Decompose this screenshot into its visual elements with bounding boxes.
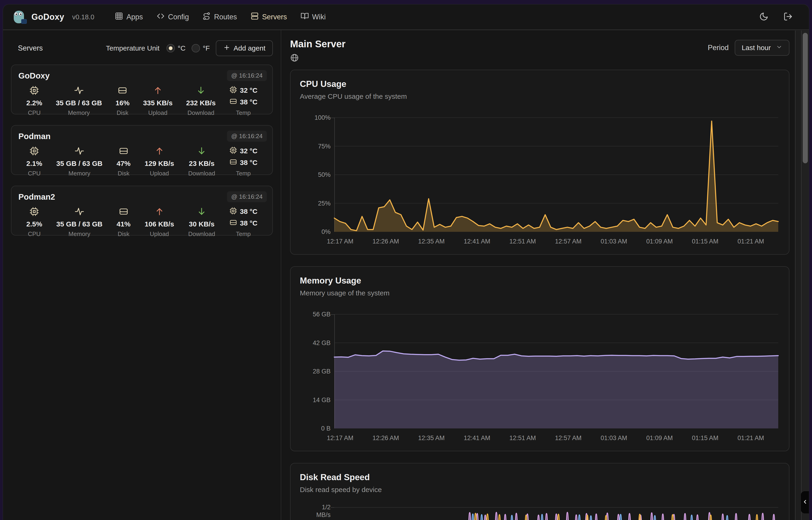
x-axis-tick: 01:09 AM — [646, 238, 673, 245]
nav-item-config[interactable]: Config — [157, 12, 189, 22]
stat: 35 GB / 63 GBMemory — [56, 207, 103, 238]
y-axis-tick: 42 GB — [300, 339, 331, 346]
stat-label: CPU — [28, 170, 41, 177]
grid-icon — [115, 12, 123, 22]
stat-label: Memory — [68, 109, 90, 116]
brand-name: GoDoxy — [31, 12, 64, 22]
nav-item-wiki[interactable]: Wiki — [301, 12, 326, 22]
chart-subtitle: Disk read speed by device — [300, 485, 778, 494]
moon-icon[interactable] — [759, 12, 768, 22]
stat-value: 2.2% — [26, 99, 42, 107]
logout-icon[interactable] — [783, 12, 793, 22]
cpu-temp-value: 32 °C — [240, 86, 257, 94]
nav-items: Apps Config Routes Servers Wiki — [115, 12, 326, 22]
y-axis-tick: 75% — [300, 143, 331, 150]
stat: 41%Disk — [117, 207, 131, 238]
hdd-icon — [229, 97, 237, 107]
stats-row: 2.1%CPU35 GB / 63 GBMemory47%Disk129 KB/… — [19, 146, 265, 177]
y-axis-tick: 100% — [300, 114, 331, 121]
stat: 106 KB/sUpload — [145, 207, 174, 238]
x-axis-tick: 12:35 AM — [418, 238, 445, 245]
cpu-usage-chart: 100%75%50%25%0%12:17 AM12:26 AM12:35 AM1… — [334, 118, 778, 232]
chevron-left-icon — [802, 499, 808, 506]
x-axis-tick: 01:03 AM — [600, 435, 627, 442]
chart-title: Disk Read Speed — [300, 472, 778, 483]
nav-item-apps[interactable]: Apps — [115, 12, 143, 22]
x-axis-tick: 12:51 AM — [509, 238, 536, 245]
collapse-panel-tab[interactable] — [801, 491, 809, 514]
y-axis-tick: 25% — [300, 200, 331, 207]
stat-label: Temp — [236, 230, 251, 238]
y-axis-tick: 56 GB — [300, 311, 331, 318]
memory-usage-chart: 56 GB42 GB28 GB14 GB0 B12:17 AM12:26 AM1… — [334, 314, 778, 428]
add-agent-button[interactable]: Add agent — [216, 40, 273, 56]
memory-usage-card: Memory Usage Memory usage of the system … — [290, 266, 789, 451]
nav-item-routes[interactable]: Routes — [202, 12, 237, 22]
stat: 35 GB / 63 GBMemory — [56, 146, 103, 177]
stat-value: 2.5% — [26, 220, 42, 228]
stats-row: 2.2%CPU35 GB / 63 GBMemory16%Disk335 KB/… — [19, 85, 265, 116]
nav-actions — [759, 12, 799, 22]
chart-title: CPU Usage — [300, 79, 778, 89]
activity-icon — [74, 85, 84, 96]
chart-subtitle: Average CPU usage of the system — [300, 92, 778, 101]
stat-label: Download — [188, 109, 215, 116]
stat-label: Upload — [150, 230, 169, 238]
stat-value: 106 KB/s — [145, 220, 174, 228]
nav-item-label: Routes — [214, 13, 237, 21]
nav-item-servers[interactable]: Servers — [251, 12, 287, 22]
y-axis-tick: 50% — [300, 171, 331, 178]
period-select[interactable]: Last hour — [735, 40, 789, 56]
activity-icon — [75, 207, 84, 217]
stat-value: 41% — [117, 220, 131, 228]
stat: 232 KB/sDownload — [186, 85, 216, 116]
chart-title: Memory Usage — [300, 276, 778, 286]
stat-value: 47% — [117, 160, 131, 167]
arrow-up-icon — [155, 146, 164, 157]
scrollbar-thumb[interactable] — [803, 33, 808, 163]
x-axis-tick: 12:41 AM — [464, 435, 490, 442]
cpu-icon — [229, 207, 237, 216]
stats-row: 2.5%CPU35 GB / 63 GBMemory41%Disk106 KB/… — [19, 207, 265, 238]
cpu-icon — [29, 207, 39, 217]
y-axis-tick: 0 B — [300, 425, 331, 432]
brand-link[interactable]: GoDoxy v0.18.0 — [13, 10, 94, 24]
stat-value: 35 GB / 63 GB — [56, 220, 103, 228]
stat-label: Download — [188, 170, 215, 177]
stat: 129 KB/sUpload — [145, 146, 174, 177]
x-axis-tick: 12:57 AM — [555, 435, 582, 442]
stat-value: 2.1% — [26, 160, 42, 167]
book-icon — [301, 12, 309, 22]
servers-sidebar: Servers Temperature Unit °C °F Add agent — [3, 30, 281, 520]
x-axis-tick: 12:26 AM — [372, 238, 399, 245]
inner-scrollbar-track — [795, 30, 802, 520]
stat-value: 129 KB/s — [145, 160, 174, 167]
x-axis-tick: 12:17 AM — [327, 435, 354, 442]
stat-label: Temp — [236, 109, 251, 116]
server-card[interactable]: Podman@ 16:16:242.1%CPU35 GB / 63 GBMemo… — [11, 125, 273, 175]
radio-celsius[interactable]: °C — [166, 44, 186, 52]
server-card[interactable]: Podman2@ 16:16:242.5%CPU35 GB / 63 GBMem… — [11, 186, 273, 236]
nav-item-label: Config — [168, 13, 189, 21]
disk-temp-value: 38 °C — [240, 159, 257, 166]
nav-item-label: Servers — [262, 13, 287, 21]
x-axis-tick: 12:57 AM — [555, 238, 582, 245]
x-axis-tick: 01:15 AM — [692, 435, 719, 442]
x-axis-tick: 12:17 AM — [327, 238, 354, 245]
page-title: Main Server — [290, 38, 345, 50]
stat-label: Disk — [117, 170, 130, 177]
stat: 2.1%CPU — [26, 146, 42, 177]
route-icon — [202, 12, 211, 22]
app-window: GoDoxy v0.18.0 Apps Config Routes Server… — [3, 4, 809, 520]
last-update-badge: @ 16:16:24 — [227, 70, 267, 81]
stat-label: Memory — [68, 170, 90, 177]
server-card[interactable]: GoDoxy@ 16:16:242.2%CPU35 GB / 63 GBMemo… — [11, 64, 273, 114]
sidebar-header: Servers Temperature Unit °C °F Add agent — [11, 30, 273, 64]
cpu-temp-value: 38 °C — [240, 208, 257, 215]
radio-fahrenheit[interactable]: °F — [192, 44, 210, 52]
x-axis-tick: 01:21 AM — [737, 435, 764, 442]
x-axis-tick: 01:15 AM — [692, 238, 719, 245]
x-axis-tick: 12:51 AM — [509, 435, 536, 442]
stat-value: 232 KB/s — [186, 99, 216, 107]
stat-temp: 32 °C38 °CTemp — [229, 85, 257, 116]
